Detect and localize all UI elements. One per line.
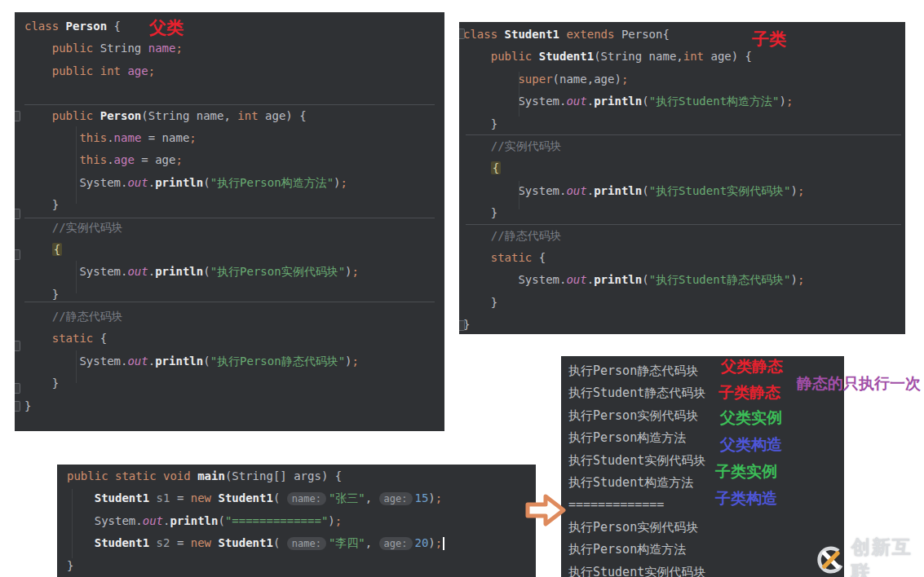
code-token: . (587, 273, 594, 286)
code-token: ; (621, 73, 628, 86)
code-token: System. (463, 273, 566, 286)
code-line: super(name,age); (463, 68, 905, 90)
code-token: System. (67, 514, 143, 527)
annotation-child-static: 子类静态 (718, 382, 780, 403)
code-token: println (155, 176, 203, 189)
code-token: ( (218, 514, 224, 527)
code-token: Student1 (218, 491, 272, 504)
main-method-editor-panel[interactable]: public static void main(String[] args) {… (57, 465, 536, 577)
code-token: class (463, 28, 505, 41)
code-token: 执行Person实例代码块 (568, 520, 698, 535)
code-token: name, (642, 50, 683, 63)
code-token: ; (335, 514, 342, 527)
code-token: int (683, 50, 704, 63)
code-token: . (148, 176, 155, 189)
code-token: 20 (415, 536, 429, 549)
code-token: "=============" (225, 514, 328, 527)
code-token: ( (594, 50, 600, 63)
code-token: String (100, 42, 148, 55)
fold-marker-icon[interactable] (15, 111, 20, 121)
code-token: 执行Student构造方法 (568, 475, 693, 490)
code-token: . (107, 153, 113, 166)
method-separator (24, 302, 435, 302)
fold-marker-icon[interactable] (15, 383, 20, 394)
fold-marker-icon[interactable] (15, 209, 20, 219)
code-token: 15 (415, 491, 429, 504)
fold-marker-icon[interactable] (459, 320, 465, 331)
code-token: name, (189, 109, 237, 122)
code-line: { (24, 239, 444, 261)
code-line: this.age = age; (24, 149, 444, 171)
text-caret (443, 537, 444, 550)
code-token: public (24, 42, 100, 55)
code-line: } (463, 314, 905, 334)
code-line: { (463, 157, 905, 179)
code-token: Person (100, 109, 142, 122)
code-token: ; (175, 153, 182, 166)
code-token: out (127, 176, 148, 189)
person-class-editor-panel[interactable]: class Person { public String name; publi… (15, 12, 444, 431)
method-separator (466, 134, 901, 135)
code-token: println (155, 355, 203, 368)
arrow-right-icon (525, 492, 566, 528)
code-line: } (67, 555, 536, 577)
code-line: //静态代码块 (463, 225, 905, 247)
code-token: = age (135, 153, 176, 166)
watermark: 创新互联 (816, 535, 924, 577)
code-token: ; (798, 273, 804, 286)
code-line: public Student1(String name,int age) { (463, 46, 905, 68)
code-token: 执行Person实例代码块 (568, 408, 698, 423)
code-token: , (365, 491, 379, 504)
code-token: age) { (704, 50, 752, 63)
fold-marker-icon[interactable] (459, 29, 465, 39)
code-token (463, 161, 491, 174)
code-token: "执行Person构造方法" (210, 176, 334, 189)
code-token: ) (328, 514, 334, 527)
code-line: System.out.println("执行Person静态代码块"); (24, 350, 444, 372)
code-token: ; (189, 131, 196, 144)
code-token: ============= (568, 497, 664, 512)
code-line: System.out.println("执行Person构造方法"); (24, 172, 444, 194)
code-token: = (177, 536, 191, 549)
code-token: out (127, 265, 148, 278)
code-line: public Person(String name, int age) { (24, 105, 444, 127)
param-hint-badge: age: (379, 537, 413, 550)
code-token: s1 (149, 491, 177, 504)
code-line: } (463, 113, 905, 135)
student-class-editor-panel[interactable]: class Student1 extends Person{ public St… (459, 22, 905, 334)
fold-marker-icon[interactable] (15, 401, 20, 412)
code-token: //实例代码块 (24, 221, 123, 234)
code-token: ( (273, 491, 287, 504)
code-token: = (177, 491, 191, 504)
code-line: this.name = name; (24, 127, 444, 149)
code-line: //静态代码块 (24, 306, 444, 328)
code-line: //实例代码块 (463, 135, 905, 157)
code-token: extends (566, 28, 621, 41)
code-token: } (463, 117, 497, 130)
code-token: . (148, 265, 155, 278)
fold-marker-icon[interactable] (15, 249, 20, 260)
fold-marker-icon[interactable] (15, 341, 20, 351)
code-token: Person (66, 20, 114, 33)
code-token: public int (24, 64, 127, 77)
indent-guide (519, 181, 519, 209)
code-line: System.out.println("执行Student构造方法"); (463, 90, 905, 112)
code-token: //实例代码块 (463, 139, 562, 152)
code-token: ) (345, 265, 351, 278)
code-token: public (24, 109, 100, 122)
code-line: } (24, 372, 444, 394)
code-token: } (24, 399, 31, 412)
annotation-child-ctor: 子类构造 (715, 488, 777, 509)
code-token: ( (642, 184, 648, 197)
code-token: Student1 (539, 50, 594, 63)
code-token: 执行Student实例代码块 (568, 565, 705, 577)
indent-guide (76, 126, 77, 204)
code-line: System.out.println("执行Student静态代码块"); (463, 269, 905, 291)
code-token: ; (175, 42, 182, 55)
method-separator (466, 224, 901, 225)
code-line: 执行Student构造方法 (568, 472, 844, 494)
code-token: ( (203, 355, 210, 368)
annotation-static-runs-once: 静态的只执行一次 (797, 373, 921, 394)
code-token: ) (790, 184, 797, 197)
code-token: { (100, 332, 107, 345)
